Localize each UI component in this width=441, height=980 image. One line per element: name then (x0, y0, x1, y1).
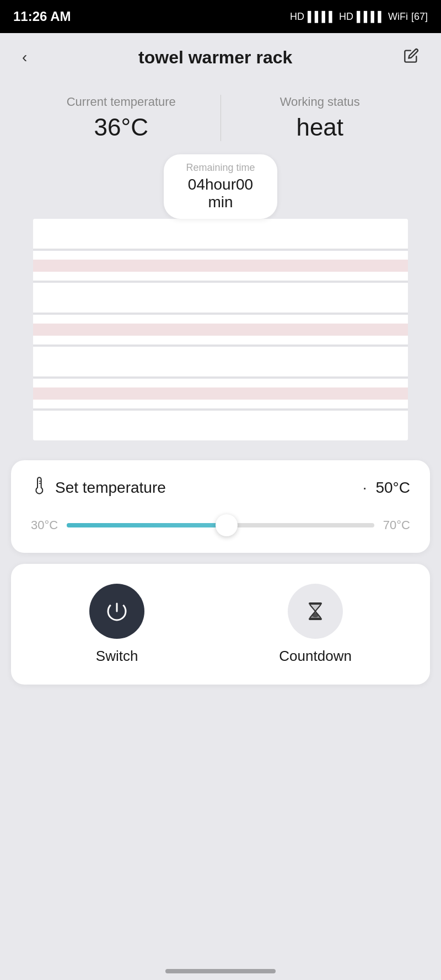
battery-icon: [67] (411, 11, 428, 23)
info-row: Current temperature 36°C Working status … (0, 82, 441, 150)
slider-max-label: 70°C (383, 518, 410, 532)
edit-button[interactable] (399, 44, 423, 72)
working-status-label: Working status (280, 95, 360, 109)
switch-label: Switch (96, 648, 138, 665)
slider-track (67, 523, 374, 527)
edit-icon (404, 50, 419, 67)
rack-highlight-1 (33, 260, 408, 272)
slider-thumb[interactable] (216, 514, 238, 536)
working-status-value: heat (296, 114, 343, 141)
countdown-icon-circle (288, 584, 343, 639)
rack-highlight-2 (33, 324, 408, 336)
rack-bar-6 (33, 379, 408, 408)
home-indicator (165, 969, 276, 973)
svg-point-6 (312, 613, 319, 617)
back-button[interactable]: ‹ (18, 44, 31, 71)
wifi-icon: WiFi (388, 11, 408, 23)
svg-rect-4 (309, 602, 322, 605)
bottom-spacer (0, 685, 441, 751)
rack-bar-4 (33, 315, 408, 344)
countdown-label: Countdown (279, 648, 352, 665)
dot-separator: · (363, 479, 367, 497)
signal-bars-2: ▌▌▌▌ (357, 11, 385, 23)
slider-track-wrapper[interactable] (67, 514, 374, 536)
signal-icon-2: HD (339, 11, 353, 23)
status-time: 11:26 AM (13, 9, 71, 24)
page-title: towel warmer rack (138, 47, 292, 68)
switch-icon-circle (89, 584, 144, 639)
status-icons: HD ▌▌▌▌ HD ▌▌▌▌ WiFi [67] (290, 11, 428, 23)
rack-bar-5 (33, 347, 408, 376)
remaining-time-wrapper: Remaining time 04hour00 min (0, 154, 441, 219)
status-bar: 11:26 AM HD ▌▌▌▌ HD ▌▌▌▌ WiFi [67] (0, 0, 441, 33)
svg-rect-5 (309, 618, 322, 620)
remaining-time-pill: Remaining time 04hour00 min (164, 154, 277, 219)
set-temp-label: Set temperature (55, 479, 354, 497)
slider-row: 30°C 70°C (31, 514, 410, 536)
rack-bar-1 (33, 219, 408, 249)
current-temp-col: Current temperature 36°C (22, 95, 221, 141)
set-temp-value: 50°C (375, 479, 410, 497)
switch-button[interactable]: Switch (89, 584, 144, 665)
remaining-time-value: 04hour00 min (186, 176, 255, 211)
header: ‹ towel warmer rack (0, 33, 441, 82)
thermometer-icon (31, 477, 49, 499)
current-temp-label: Current temperature (67, 95, 176, 109)
rack-visual (33, 219, 408, 440)
slider-fill (67, 523, 227, 527)
rack-bar-7 (33, 411, 408, 440)
controls-card: Switch Countdown (11, 564, 430, 685)
working-status-col: Working status heat (221, 95, 420, 141)
signal-icon: HD (290, 11, 304, 23)
temp-card-header: Set temperature · 50°C (31, 477, 410, 499)
rack-bar-2 (33, 251, 408, 281)
hourglass-icon (303, 599, 327, 623)
signal-bars: ▌▌▌▌ (308, 11, 336, 23)
back-icon: ‹ (22, 49, 27, 66)
temperature-card: Set temperature · 50°C 30°C 70°C (11, 460, 430, 553)
slider-min-label: 30°C (31, 518, 58, 532)
rack-highlight-3 (33, 387, 408, 400)
current-temp-value: 36°C (94, 114, 148, 141)
remaining-time-label: Remaining time (186, 162, 255, 174)
rack-bar-3 (33, 283, 408, 313)
power-icon (104, 598, 130, 624)
countdown-button[interactable]: Countdown (279, 584, 352, 665)
